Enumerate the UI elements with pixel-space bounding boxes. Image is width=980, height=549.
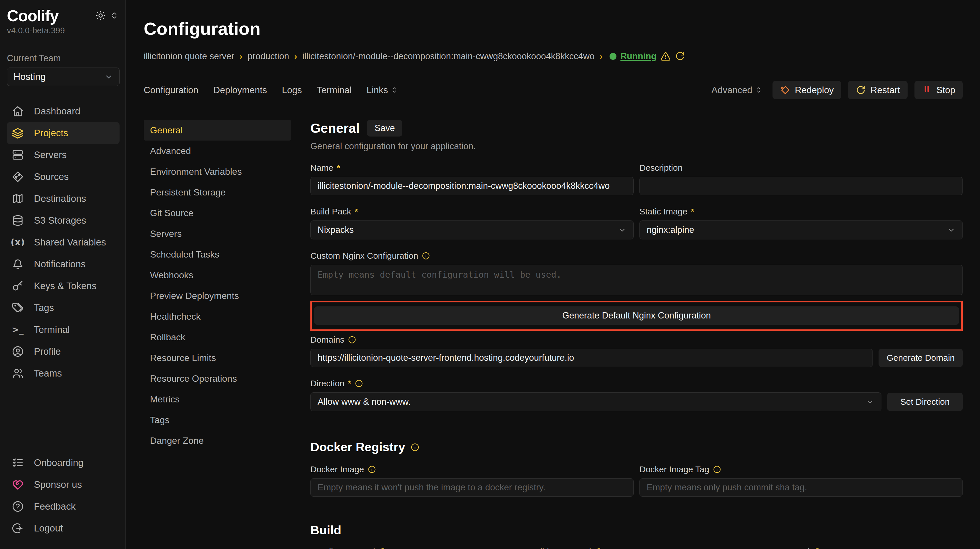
custom-nginx-textarea[interactable]	[310, 265, 963, 295]
subnav-rollback[interactable]: Rollback	[144, 327, 291, 347]
info-icon[interactable]	[368, 465, 376, 474]
subnav-servers[interactable]: Servers	[144, 223, 291, 244]
tab-configuration[interactable]: Configuration	[144, 85, 198, 95]
subnav-healthcheck[interactable]: Healthcheck	[144, 306, 291, 327]
breadcrumb-project[interactable]: illicitonion quote server	[144, 51, 234, 62]
subnav-webhooks[interactable]: Webhooks	[144, 265, 291, 285]
description-label: Description	[640, 163, 963, 173]
docker-image-tag-field-group: Docker Image Tag	[640, 465, 963, 496]
docker-image-tag-label: Docker Image Tag	[640, 465, 963, 474]
sidebar-item-notifications[interactable]: Notifications	[7, 253, 119, 275]
subnav-persistent-storage[interactable]: Persistent Storage	[144, 182, 291, 203]
tags-icon	[11, 302, 24, 314]
save-button[interactable]: Save	[367, 120, 402, 137]
server-icon	[11, 149, 24, 161]
sidebar-header: Coolify	[7, 7, 119, 25]
sidebar-item-label: Tags	[34, 302, 54, 313]
sidebar-item-profile[interactable]: Profile	[7, 341, 119, 363]
docker-image-input[interactable]	[310, 478, 634, 496]
tab-logs[interactable]: Logs	[282, 85, 302, 95]
variable-icon: (x)	[11, 237, 24, 247]
direction-select[interactable]: Allow www & non-www.	[310, 392, 881, 411]
log-out-icon	[11, 522, 24, 534]
sidebar-item-label: Terminal	[34, 324, 70, 335]
subnav-scheduled-tasks[interactable]: Scheduled Tasks	[144, 244, 291, 265]
domains-input[interactable]	[310, 348, 873, 367]
generate-domain-button[interactable]: Generate Domain	[878, 348, 963, 367]
static-image-select[interactable]: nginx:alpine	[640, 220, 963, 239]
section-subtitle: General configuration for your applicati…	[310, 141, 963, 151]
subnav-tags[interactable]: Tags	[144, 410, 291, 430]
stop-button[interactable]: Stop	[915, 81, 963, 99]
sidebar-item-destinations[interactable]: Destinations	[7, 188, 119, 210]
info-icon[interactable]	[713, 465, 721, 474]
refresh-icon[interactable]	[675, 51, 685, 62]
install-command-field-group: Install Command	[310, 547, 524, 549]
sidebar-item-logout[interactable]: Logout	[7, 517, 119, 539]
theme-toggle-sun-icon[interactable]	[95, 10, 106, 21]
build-pack-label: Build Pack*	[310, 207, 634, 216]
info-icon[interactable]	[813, 547, 822, 549]
breadcrumb-resource[interactable]: illicitestonion/-module--decomposition:m…	[302, 51, 595, 62]
subnav-resource-operations[interactable]: Resource Operations	[144, 368, 291, 389]
advanced-dropdown[interactable]: Advanced	[711, 85, 762, 95]
tab-terminal[interactable]: Terminal	[317, 85, 352, 95]
sidebar-item-s3-storages[interactable]: S3 Storages	[7, 210, 119, 231]
sidebar-item-projects[interactable]: Projects	[7, 122, 119, 144]
sidebar-item-servers[interactable]: Servers	[7, 144, 119, 166]
generate-default-nginx-configuration-button[interactable]: Generate Default Nginx Configuration	[314, 306, 959, 325]
build-pack-select[interactable]: Nixpacks	[310, 220, 634, 239]
current-team-label: Current Team	[7, 53, 119, 64]
set-direction-button[interactable]: Set Direction	[887, 393, 963, 411]
sidebar-item-keys-tokens[interactable]: Keys & Tokens	[7, 275, 119, 297]
name-field-group: Name*	[310, 163, 634, 195]
breadcrumb-environment[interactable]: production	[247, 51, 289, 62]
sidebar-collapse-chevrons-icon[interactable]	[110, 11, 118, 19]
description-input[interactable]	[640, 177, 963, 195]
sidebar-item-onboarding[interactable]: Onboarding	[7, 452, 119, 474]
map-icon	[11, 193, 24, 205]
subnav-advanced[interactable]: Advanced	[144, 140, 291, 161]
tab-deployments[interactable]: Deployments	[213, 85, 267, 95]
info-icon[interactable]	[422, 251, 430, 260]
sidebar-item-label: Profile	[34, 346, 61, 357]
chevron-down-icon	[104, 72, 113, 81]
restart-button[interactable]: Restart	[848, 81, 908, 99]
info-icon[interactable]	[595, 547, 603, 549]
subnav-danger-zone[interactable]: Danger Zone	[144, 430, 291, 451]
sidebar-nav: Dashboard Projects Servers Sources Desti…	[7, 100, 119, 384]
sidebar-item-shared-variables[interactable]: (x) Shared Variables	[7, 231, 119, 253]
install-command-label: Install Command	[310, 547, 524, 549]
required-asterisk: *	[337, 163, 340, 173]
home-icon	[11, 105, 24, 117]
redeploy-button[interactable]: Redeploy	[773, 81, 841, 99]
sidebar-item-teams[interactable]: Teams	[7, 363, 119, 384]
sidebar-item-terminal[interactable]: >_ Terminal	[7, 319, 119, 341]
info-icon[interactable]	[355, 379, 363, 388]
info-icon[interactable]	[410, 442, 420, 452]
team-select[interactable]: Hosting	[7, 68, 119, 86]
subnav-general[interactable]: General	[144, 120, 291, 140]
main-content: Configuration illicitonion quote server …	[126, 0, 980, 549]
warning-triangle-icon[interactable]	[660, 51, 671, 62]
tab-links[interactable]: Links	[366, 85, 398, 95]
info-icon[interactable]	[379, 547, 387, 549]
status-badge[interactable]: Running	[620, 51, 657, 62]
subnav-metrics[interactable]: Metrics	[144, 389, 291, 410]
page-title: Configuration	[144, 18, 963, 39]
build-commands-row: Install Command Build Command Start Comm…	[310, 547, 963, 549]
sidebar-item-tags[interactable]: Tags	[7, 297, 119, 319]
subnav-git-source[interactable]: Git Source	[144, 203, 291, 223]
sidebar-item-dashboard[interactable]: Dashboard	[7, 100, 119, 122]
subnav-resource-limits[interactable]: Resource Limits	[144, 347, 291, 368]
sidebar-item-sponsor[interactable]: Sponsor us	[7, 474, 119, 495]
info-icon[interactable]	[348, 336, 356, 344]
docker-image-tag-input[interactable]	[640, 478, 963, 496]
sidebar-item-sources[interactable]: Sources	[7, 166, 119, 188]
subnav-preview-deployments[interactable]: Preview Deployments	[144, 285, 291, 306]
name-input[interactable]	[310, 177, 634, 195]
sidebar-item-feedback[interactable]: Feedback	[7, 495, 119, 517]
docker-image-field-group: Docker Image	[310, 465, 634, 496]
domains-row: Generate Domain	[310, 348, 963, 367]
subnav-environment-variables[interactable]: Environment Variables	[144, 161, 291, 182]
